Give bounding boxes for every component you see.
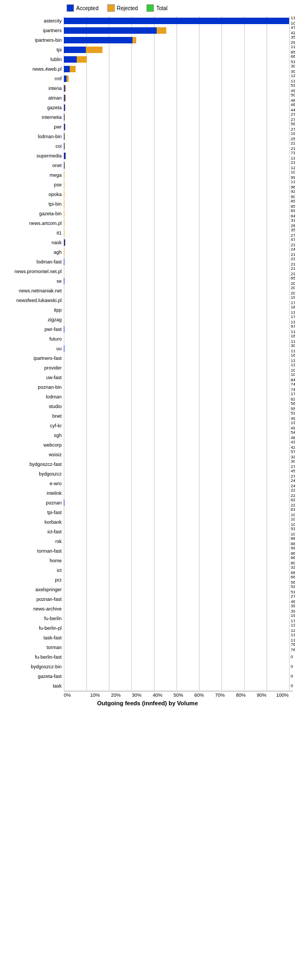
bar-area (64, 46, 289, 54)
bar-values: 170026676282597 (291, 391, 295, 402)
bar-rejected (65, 124, 65, 130)
row-label: intelink (2, 491, 64, 496)
bar-area (64, 412, 289, 420)
bar-values: 215734630124695037 (291, 160, 295, 170)
bar-values: 991394860469 (291, 546, 295, 556)
table-row: uu3050529511135288 (2, 344, 293, 353)
bar-area (64, 451, 289, 458)
bar-area (64, 644, 289, 651)
bar-area (64, 634, 289, 642)
bar-area (64, 220, 289, 227)
bar-area (64, 316, 289, 323)
x-tick-label: 70% (210, 692, 231, 698)
table-row: nask47067711623053401 (2, 238, 293, 247)
table-row: poznan-fast2790042466261 (2, 594, 293, 604)
bar-values: 6982374564667974 (291, 208, 295, 218)
table-row: lodman170026676282597 (2, 392, 293, 401)
table-row: mega10007094099441012 (2, 170, 293, 179)
row-label: tpi-fast (2, 510, 64, 515)
bar-area (64, 432, 289, 439)
rows-inner: astercity115566782090102540499999ipartne… (2, 16, 293, 690)
table-row: bydgoszcz-fast30312142709628 (2, 459, 293, 469)
table-row: news.4web.pl30041559943002863135 (2, 64, 293, 73)
bar-area (64, 538, 289, 545)
table-row: fu-berlin191432175877 (2, 614, 293, 623)
row-label: coi (2, 144, 64, 149)
table-row: gazeta-bin6982374564667974 (2, 209, 293, 218)
bar-values: 2790042466261 (291, 594, 295, 604)
bar-area (64, 480, 289, 487)
legend-accepted: Accepted (67, 4, 99, 12)
bar-values: 6525051420494900 (291, 276, 295, 286)
row-label: it1 (2, 230, 64, 236)
bar-values: 2119527721173692 (291, 266, 295, 276)
bar-area (64, 326, 289, 333)
bar-values: 390737390737 (291, 604, 295, 614)
bar-rejected (157, 27, 166, 34)
table-row: bnet52498824991164 (2, 411, 293, 420)
bar-values: 10416321018512 (291, 517, 295, 527)
table-row: rsk883785881742 (2, 537, 293, 546)
legend-rejected-label: Rejected (117, 5, 138, 11)
legend-accepted-box (67, 4, 74, 12)
bar-area (64, 239, 289, 246)
table-row: cyf-kr135643124979898 (2, 421, 293, 430)
table-row: prz669971567583 (2, 575, 293, 584)
bar-values: 3589259027830871 (291, 228, 295, 238)
row-label: bydgoszcz (2, 471, 64, 477)
bar-values: 530342875491827177 (291, 83, 295, 93)
table-row: news.promontel.net.pl2119527721173692 (2, 267, 293, 276)
table-row: intelink22952382276164 (2, 488, 293, 497)
x-tick-label: 40% (147, 692, 168, 698)
table-row: tpi112269111608527259225 (2, 45, 293, 54)
row-label: news.4web.pl (2, 66, 64, 72)
x-tick-label: 90% (251, 692, 272, 698)
row-label: ipartners (2, 28, 64, 33)
bar-area (64, 605, 289, 613)
bar-area (64, 499, 289, 507)
table-row: tpi-fast63397671070026 (2, 508, 293, 517)
bar-values: 629294952237432 (291, 497, 295, 508)
row-label: ict (2, 568, 64, 573)
table-row: gazeta463625730442150790 (2, 103, 293, 112)
bar-rejected (65, 104, 66, 111)
row-label: futuro (2, 336, 64, 342)
row-label: poznan-fast (2, 597, 64, 602)
table-row: uw-fast109445898407397 (2, 373, 293, 382)
bar-area (64, 258, 289, 266)
table-row: se6525051420494900 (2, 276, 293, 285)
bar-area (64, 123, 289, 131)
bar-area (64, 489, 289, 497)
table-row: poznan629294952237432 (2, 498, 293, 507)
chart-rows: astercity115566782090102540499999ipartne… (2, 16, 293, 690)
chart-title: Outgoing feeds (innfeed) by Volume (2, 700, 293, 706)
bar-area (64, 345, 289, 352)
bar-values: 24652532460270 (291, 478, 295, 488)
table-row: lodman-bin197384395256520483 (2, 132, 293, 141)
bar-values: 11904685596376828 (291, 179, 295, 190)
bar-rejected (77, 56, 87, 63)
bar-rejected (64, 143, 65, 149)
bar-area (64, 374, 289, 381)
bar-area (64, 663, 289, 670)
bar-area (64, 75, 289, 82)
bar-values: 52498824991164 (291, 411, 295, 421)
row-label: ipartners-fast (2, 356, 64, 361)
row-label: axelspringer (2, 587, 64, 592)
row-label: itpp (2, 307, 64, 313)
bar-area (64, 403, 289, 410)
table-row: fu-berlin-pl130189127845 (2, 623, 293, 632)
bar-area (64, 248, 289, 256)
bar-values: 861854805121 (291, 555, 295, 566)
bar-rejected (65, 95, 66, 101)
bar-accepted (64, 56, 77, 63)
bar-area (64, 306, 289, 314)
bar-values: 22952382276164 (291, 488, 295, 498)
bar-values: 12644491321138077182 (291, 73, 295, 84)
bar-values: 1372190310290777 (291, 363, 295, 373)
legend: Accepted Rejected Total (67, 4, 293, 12)
table-row: interia530342875491827177 (2, 84, 293, 93)
x-tick-label: 80% (231, 692, 252, 698)
bar-area (64, 277, 289, 285)
bar-accepted (64, 18, 289, 24)
